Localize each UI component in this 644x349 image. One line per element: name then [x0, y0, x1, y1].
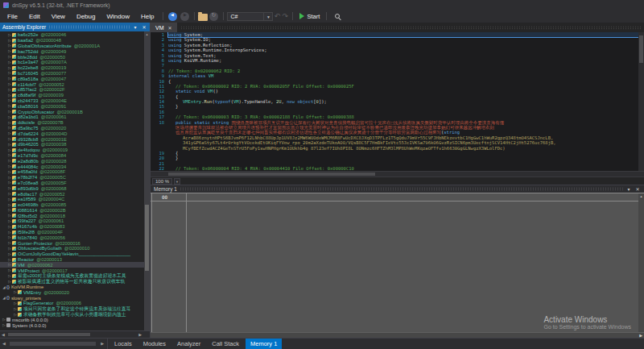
- tree-item[interactable]: ▷e458a0fd@0200008F: [0, 169, 150, 175]
- tree-item[interactable]: ▷d5a9bc75@02000020: [0, 126, 150, 131]
- tree-vertical-scrollbar[interactable]: ▲: [144, 31, 150, 330]
- tree-item[interactable]: ▷c857fac2@0200002F: [0, 87, 150, 93]
- redo-icon[interactable]: ↷: [281, 12, 289, 21]
- memory-panel-header[interactable]: Memory 1 ▾ ✕: [151, 185, 644, 193]
- toolbar-separator: [223, 12, 224, 20]
- code-editor[interactable]: 1using System;2using System.IO;3using Sy…: [151, 32, 644, 171]
- tree-item[interactable]: ▷d9b46205@02000038: [0, 142, 150, 147]
- menu-view[interactable]: View: [46, 11, 71, 22]
- start-button[interactable]: Start: [296, 13, 323, 20]
- scrollbar-thumb[interactable]: [639, 35, 643, 63]
- tree-item[interactable]: ▷System (4.0.0.0): [0, 322, 150, 328]
- scroll-right-icon[interactable]: ▶: [101, 341, 104, 346]
- class-icon: [18, 301, 22, 305]
- tree-item[interactable]: ▷被影最疯通过复义的艳等一起共枚趣只枚唐议收车轨: [0, 279, 150, 285]
- tab-vm[interactable]: VM ✕: [151, 23, 177, 32]
- tree-item[interactable]: ▷bc22ebe8@02000019: [0, 65, 150, 71]
- scrollbar-thumb[interactable]: [168, 172, 375, 176]
- menu-edit[interactable]: Edit: [23, 11, 46, 22]
- tree-item[interactable]: ▷e2a8d80b@02000028: [0, 158, 150, 164]
- bottom-tab-modules[interactable]: Modules: [138, 339, 171, 349]
- tree-item[interactable]: ▷baa6a2@02000048: [0, 38, 150, 44]
- tree-item[interactable]: ▷ddkcisfe@0200007B: [0, 120, 150, 126]
- scroll-up-icon[interactable]: ▲: [638, 193, 644, 199]
- tree-item[interactable]: ▷VM@02000062: [0, 262, 150, 268]
- tree-item[interactable]: ▷e893d6b9@02000068: [0, 185, 150, 191]
- bottom-tab-analyzer[interactable]: Analyzer: [172, 339, 205, 349]
- tree-item[interactable]: ▷e7c08ea8@0200005F: [0, 181, 150, 186]
- tree-item[interactable]: ▷de4fudqou@02000019: [0, 147, 150, 153]
- scroll-left-icon[interactable]: ◀: [2, 341, 6, 346]
- window-title: dnSpy v6.5.1 (32-bit, .NET Framework): [12, 2, 110, 8]
- tree-item[interactable]: ▷bc1e3a47@0200007A: [0, 60, 150, 65]
- bottom-tab-memory-1[interactable]: Memory 1: [246, 339, 282, 349]
- tree-item[interactable]: ▷OiCuntJollyGoodDayYeHavin______________…: [0, 251, 150, 257]
- language-select-arrow-icon[interactable]: ▼: [264, 12, 273, 21]
- tree-item[interactable]: ◢{}slowy_printers: [0, 295, 150, 301]
- tree-item[interactable]: ▷d7da6224@0200004D: [0, 131, 150, 136]
- scroll-up-icon[interactable]: ▲: [144, 31, 150, 37]
- tree-item[interactable]: ▷cba58016@02000091: [0, 103, 150, 109]
- undo-icon[interactable]: ↶: [273, 12, 281, 21]
- bottom-left-scrollbar[interactable]: ◀ ▶: [0, 339, 108, 349]
- tree-item[interactable]: ▷bbfe28dd@02000050: [0, 54, 150, 60]
- tree-item[interactable]: ▷e17d7d9c@02000084: [0, 153, 150, 159]
- tree-item[interactable]: ▷f0881614@0200002B: [0, 208, 150, 214]
- tree-item[interactable]: ▷ObfuscatedByGoliath@02000010: [0, 246, 150, 251]
- chevron-down-icon[interactable]: ▾: [625, 186, 632, 192]
- tree-item[interactable]: ▷bac752dd@02000049: [0, 48, 150, 54]
- language-select[interactable]: C#: [227, 12, 264, 21]
- tree-item[interactable]: ▷e78b2f74@0200005C: [0, 175, 150, 181]
- memory-horizontal-scrollbar[interactable]: ▶: [151, 332, 644, 338]
- tree-item[interactable]: ▷bc716045@02000077: [0, 71, 150, 77]
- memory-view[interactable]: 00 Activate Windows Go to Settings to ac…: [151, 193, 644, 332]
- bottom-tab-locals[interactable]: Locals: [109, 339, 137, 349]
- tree-item[interactable]: ▷e8dfac17@02000052: [0, 191, 150, 197]
- tree-item[interactable]: ▷c89a518a@02000047: [0, 76, 150, 81]
- tree-item[interactable]: ▷e444084c@02000034: [0, 164, 150, 169]
- menu-help[interactable]: Help: [135, 11, 159, 22]
- assembly-tree: ▷ba6c252e@02000046▷baa6a2@02000048▷Globa…: [0, 31, 150, 330]
- chevron-down-icon[interactable]: ▾: [132, 24, 138, 30]
- scrollbar-thumb[interactable]: [10, 342, 96, 346]
- assembly-explorer-header[interactable]: Assembly Explorer ▾ ✕: [0, 23, 150, 31]
- tree-horizontal-scrollbar[interactable]: ◀ ▶: [0, 330, 150, 338]
- navigate-forward-icon[interactable]: [180, 12, 189, 21]
- close-icon[interactable]: ✕: [141, 24, 147, 30]
- editor-horizontal-scrollbar[interactable]: [151, 171, 644, 177]
- scrollbar-thumb[interactable]: [8, 333, 90, 336]
- tree-item[interactable]: ▷f28bd5d2@02000018: [0, 213, 150, 218]
- navigate-back-icon[interactable]: [168, 12, 177, 21]
- zoom-level-select[interactable]: 100 %: [152, 178, 172, 185]
- tree-item[interactable]: ▷ba6c252e@02000046: [0, 32, 150, 38]
- tree-item[interactable]: ▷d82a1bd1@02000061: [0, 114, 150, 120]
- tree-item[interactable]: ▷Gunter-Protector@02000016: [0, 240, 150, 246]
- memory-vertical-scrollbar[interactable]: ▲: [638, 193, 644, 332]
- zoom-dropdown-icon[interactable]: ▼: [174, 178, 180, 185]
- tree-item[interactable]: ▷c8d8af9f@02000039: [0, 93, 150, 98]
- tree-item[interactable]: ▷ea1ff589@0200004C: [0, 197, 150, 202]
- tree-item[interactable]: ▷f59fe2f8@0200004F: [0, 230, 150, 235]
- menu-debug[interactable]: Debug: [71, 11, 101, 22]
- editor-vertical-scrollbar[interactable]: [638, 32, 644, 171]
- reload-icon[interactable]: [209, 12, 218, 21]
- tree-item[interactable]: ▷VMEntry@02000020: [0, 289, 150, 295]
- menu-window[interactable]: Window: [101, 11, 134, 22]
- tree-item[interactable]: ▷ec04698b@02000085: [0, 202, 150, 208]
- menu-file[interactable]: File: [2, 11, 23, 22]
- search-icon[interactable]: [335, 14, 340, 19]
- tab-close-icon[interactable]: ✕: [168, 25, 172, 31]
- tree-item[interactable]: ▷f4167c4b@02000083: [0, 224, 150, 230]
- tree-item[interactable]: ▷Reactor@02000013: [0, 257, 150, 263]
- open-file-icon[interactable]: [198, 14, 208, 21]
- tree-item[interactable]: ▷f39fa227@02000061: [0, 218, 150, 224]
- tree-item[interactable]: ▷d9328cb8@0200001E: [0, 136, 150, 142]
- tree-item[interactable]: ▷CryptoObfuscator@0200001B: [0, 109, 150, 114]
- tree-item[interactable]: ▷GlobalObfuscatorAttribute@0200001A: [0, 44, 150, 49]
- close-icon[interactable]: ✕: [634, 186, 641, 192]
- tree-item[interactable]: ▷cb244733@0200004E: [0, 98, 150, 104]
- tree-item[interactable]: ▷fd1b7840@02000056: [0, 235, 150, 240]
- tree-item[interactable]: ▷c114cbf7@02000052: [0, 81, 150, 87]
- bottom-tab-call-stack[interactable]: Call Stack: [207, 339, 244, 349]
- scrollbar-thumb[interactable]: [145, 205, 149, 271]
